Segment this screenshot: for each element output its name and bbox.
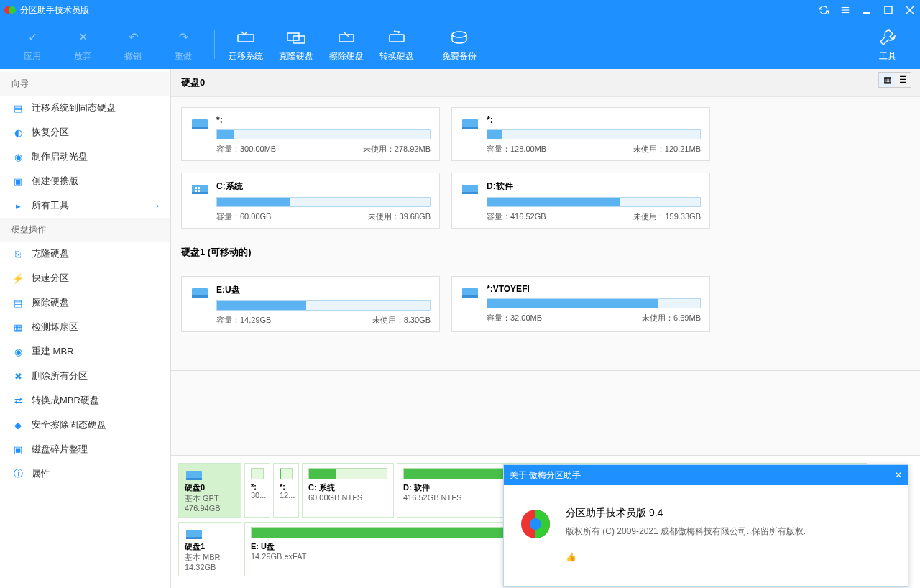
card-view-button[interactable]: ▦ xyxy=(879,73,895,87)
svg-point-14 xyxy=(452,32,466,37)
tools-button[interactable]: 工具 xyxy=(862,23,913,66)
about-close-button[interactable]: ✕ xyxy=(895,470,902,480)
sidebar-item-label: 磁盘碎片整理 xyxy=(32,443,88,456)
partition-capacity: 容量：14.29GB xyxy=(216,315,271,326)
sidebar-item-icon: ⓘ xyxy=(12,467,24,480)
sidebar-diskop-item[interactable]: ✖删除所有分区 xyxy=(0,364,170,388)
sidebar-diskop-item[interactable]: ◆安全擦除固态硬盘 xyxy=(0,413,170,437)
disk-icon xyxy=(461,182,479,196)
partition-card[interactable]: *: 容量：128.00MB未使用：120.21MB xyxy=(451,107,710,161)
svg-rect-22 xyxy=(198,187,200,189)
partition-card[interactable]: *:VTOYEFI 容量：32.00MB未使用：6.69MB xyxy=(451,276,710,332)
sidebar-wizard-item[interactable]: ▸所有工具› xyxy=(0,193,170,218)
sidebar-diskop-item[interactable]: ⓘ属性 xyxy=(0,461,170,486)
partition-free: 未使用：278.92MB xyxy=(363,144,431,155)
disk-icon xyxy=(190,285,209,300)
close-button[interactable] xyxy=(904,4,916,16)
sidebar-item-label: 创建便携版 xyxy=(32,175,78,188)
strip-usage-bar xyxy=(308,468,387,479)
list-view-button[interactable]: ☰ xyxy=(895,73,911,87)
convert-button[interactable]: 转换硬盘 xyxy=(372,23,422,66)
sidebar-wizard-item[interactable]: ▤迁移系统到固态硬盘 xyxy=(0,96,170,120)
svg-rect-9 xyxy=(238,35,254,42)
partition-free: 未使用：39.68GB xyxy=(368,211,431,222)
clone-button[interactable]: 克隆硬盘 xyxy=(271,23,321,66)
sidebar-wizard-item[interactable]: ◉制作启动光盘 xyxy=(0,144,170,169)
redo-button[interactable]: ↷重做 xyxy=(158,23,208,66)
strip-disk-header[interactable]: 硬盘1基本 MBR14.32GB xyxy=(178,522,242,576)
strip-partition-info: 30... xyxy=(251,491,264,500)
partition-card[interactable]: E:U盘 容量：14.29GB未使用：8.30GB xyxy=(181,276,440,332)
svg-rect-20 xyxy=(192,192,208,194)
usage-bar xyxy=(216,300,431,311)
discard-button[interactable]: ✕放弃 xyxy=(58,23,108,66)
partition-capacity: 容量：416.52GB xyxy=(487,211,546,222)
partition-card[interactable]: D:软件 容量：416.52GB未使用：159.33GB xyxy=(451,173,710,229)
svg-rect-28 xyxy=(192,295,208,298)
sidebar-item-label: 删除所有分区 xyxy=(32,369,88,382)
sidebar-diskop-item[interactable]: ⇄转换成MBR硬盘 xyxy=(0,388,170,413)
svg-rect-6 xyxy=(885,6,892,14)
strip-partition-name: *: xyxy=(280,482,293,491)
partition-capacity: 容量：128.00MB xyxy=(487,144,546,155)
strip-partition[interactable]: *:30... xyxy=(244,463,270,518)
svg-rect-18 xyxy=(462,127,478,129)
sidebar-item-icon: ⇄ xyxy=(12,394,24,407)
partition-name: E:U盘 xyxy=(216,284,431,296)
wipe-button[interactable]: 擦除硬盘 xyxy=(321,23,372,66)
chevron-right-icon: › xyxy=(156,201,159,210)
usage-bar xyxy=(487,197,701,207)
sidebar-item-icon: ▣ xyxy=(12,443,24,456)
svg-rect-12 xyxy=(339,35,354,42)
svg-point-1 xyxy=(9,6,16,14)
svg-rect-26 xyxy=(462,192,478,194)
sidebar-wizard-header: 向导 xyxy=(0,72,170,96)
sidebar-item-label: 擦除硬盘 xyxy=(32,296,69,309)
strip-disk-name: 硬盘0 xyxy=(185,482,235,493)
strip-usage-bar xyxy=(280,468,293,479)
refresh-icon[interactable] xyxy=(818,4,829,16)
strip-disk-type: 基本 GPT xyxy=(185,493,235,504)
disk0-title: 硬盘0 xyxy=(171,69,920,97)
strip-partition[interactable]: *:12... xyxy=(273,463,299,518)
sidebar-diskop-item[interactable]: ⚡快速分区 xyxy=(0,266,170,290)
sidebar-diskop-item[interactable]: ⎘克隆硬盘 xyxy=(0,242,170,266)
sidebar-wizard-item[interactable]: ◐恢复分区 xyxy=(0,120,170,144)
disk-icon xyxy=(461,285,479,300)
strip-partition[interactable]: C: 系统60.00GB NTFS xyxy=(302,463,394,518)
sidebar-item-icon: ◆ xyxy=(12,418,24,431)
sidebar-item-icon: ◉ xyxy=(12,345,24,358)
strip-disk-header[interactable]: 硬盘0基本 GPT476.94GB xyxy=(178,463,242,518)
title-bar: 分区助手技术员版 xyxy=(0,0,920,20)
migrate-button[interactable]: 迁移系统 xyxy=(221,23,271,66)
menu-icon[interactable] xyxy=(840,4,851,16)
about-dialog: 关于 傲梅分区助手 ✕ 分区助手技术员版 9.4 版权所有 (C) 2009-2… xyxy=(503,464,908,587)
about-thumb-icon: 👍 xyxy=(566,552,806,562)
apply-button[interactable]: ✓应用 xyxy=(7,23,58,66)
backup-button[interactable]: 免费备份 xyxy=(434,23,484,66)
sidebar-item-label: 安全擦除固态硬盘 xyxy=(32,418,106,431)
sidebar-item-label: 检测坏扇区 xyxy=(32,321,78,334)
about-product-name: 分区助手技术员版 9.4 xyxy=(566,507,806,520)
disk-icon xyxy=(190,116,209,131)
sidebar-diskop-item[interactable]: ▤擦除硬盘 xyxy=(0,290,170,315)
partition-card[interactable]: C:系统 容量：60.00GB未使用：39.68GB xyxy=(181,173,440,229)
sidebar-item-label: 快速分区 xyxy=(32,272,69,285)
undo-button[interactable]: ↶撤销 xyxy=(108,23,158,66)
partition-name: *: xyxy=(487,115,701,125)
sidebar-diskop-item[interactable]: ◉重建 MBR xyxy=(0,339,170,364)
about-logo-icon xyxy=(518,507,553,541)
sidebar-item-icon: ▦ xyxy=(12,321,24,334)
sidebar-item-icon: ✖ xyxy=(12,369,24,382)
minimize-button[interactable] xyxy=(861,4,873,16)
partition-name: D:软件 xyxy=(487,180,701,193)
sidebar-diskop-item[interactable]: ▦检测坏扇区 xyxy=(0,315,170,339)
partition-capacity: 容量：300.00MB xyxy=(216,144,276,155)
partition-name: C:系统 xyxy=(216,180,431,193)
maximize-button[interactable] xyxy=(883,4,894,16)
app-logo-icon xyxy=(4,4,16,16)
sidebar-wizard-item[interactable]: ▣创建便携版 xyxy=(0,169,170,193)
sidebar-diskop-item[interactable]: ▣磁盘碎片整理 xyxy=(0,437,170,461)
partition-card[interactable]: *: 容量：300.00MB未使用：278.92MB xyxy=(181,107,440,161)
sidebar-item-icon: ▤ xyxy=(12,101,24,114)
